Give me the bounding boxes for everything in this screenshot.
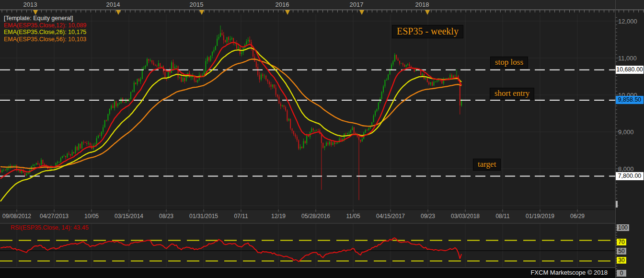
- date-tick-label: 03/03/2018: [451, 213, 480, 220]
- date-tick-label: 01/31/2015: [189, 213, 218, 220]
- rsi-tick-label: 50: [617, 248, 626, 255]
- year-marker-icon: [199, 10, 204, 15]
- year-marker-icon: [116, 10, 121, 15]
- tick-layer: [17, 17, 619, 276]
- year-label: 2013: [23, 1, 37, 8]
- price-tick-label: 12,000: [618, 18, 637, 25]
- rsi-layer: [0, 238, 615, 262]
- date-tick-label: 03/15/2014: [115, 213, 143, 220]
- footer-bar: [0, 267, 615, 278]
- rsi-tick-label: 100: [617, 224, 629, 231]
- copyright-watermark: FXCM Marketscope © 2018: [530, 269, 608, 276]
- price-tick-label: 11,000: [618, 55, 637, 62]
- date-tick-label: 12/19: [271, 213, 286, 220]
- year-marker-icon: [425, 10, 430, 15]
- scrollbar-fragment[interactable]: [616, 201, 618, 208]
- chart-canvas[interactable]: [0, 0, 644, 278]
- date-tick-label: 05/28/2016: [301, 213, 330, 220]
- target-price-box: 7,800.00: [616, 172, 644, 180]
- year-label: 2017: [350, 1, 364, 8]
- top-axis-layer: [0, 10, 644, 15]
- target-annotation[interactable]: target: [473, 159, 501, 171]
- date-tick-label: 01/19/2019: [526, 213, 554, 220]
- chart-title-annotation[interactable]: ESP35 - weekly: [392, 25, 463, 38]
- date-tick-label: 04/27/2013: [40, 213, 69, 220]
- legend-ema-12: EMA(ESP35.Close,12): 10,089: [4, 22, 86, 29]
- stop-loss-annotation[interactable]: stop loss: [490, 57, 528, 69]
- year-marker-icon: [285, 10, 290, 15]
- rsi-tick-label: 70: [617, 239, 626, 245]
- date-tick-label: 09/08/2012: [2, 213, 31, 220]
- rsi-tick-label: 30: [617, 257, 626, 264]
- fxcm-marketscope-window: 201320142015201620172018 [Template: Equi…: [0, 0, 644, 278]
- date-tick-label: 06/29: [570, 213, 585, 220]
- legend-ema-26: EMA(ESP35.Close,26): 10,175: [4, 29, 86, 36]
- date-tick-label: 04/15/2017: [376, 213, 405, 220]
- date-tick-label: 11/05: [346, 213, 360, 220]
- short-entry-annotation[interactable]: short entry: [490, 88, 534, 100]
- rsi-legend: RSI(ESP35.Close, 14): 43.45: [11, 224, 89, 231]
- price-tick-label: 9,000: [618, 128, 634, 136]
- year-label: 2014: [106, 1, 120, 8]
- short-entry-price-box: 9,858.50: [616, 96, 644, 104]
- template-label: [Template: Equity general]: [4, 15, 86, 22]
- date-tick-label: 08/23: [159, 213, 173, 220]
- date-tick-label: 10/05: [84, 213, 99, 220]
- date-tick-label: 09/23: [421, 213, 435, 220]
- grid-layer: [0, 14, 615, 267]
- axis-separator: [615, 0, 616, 278]
- ema-layer: [0, 43, 461, 202]
- rsi-line: [0, 238, 461, 262]
- indicator-legend: [Template: Equity general] EMA(ESP35.Clo…: [4, 15, 86, 43]
- legend-ema-56: EMA(ESP35.Close,56): 10,103: [4, 36, 86, 43]
- price-tick-label: 8,000: [618, 165, 634, 173]
- date-tick-label: 08/11: [495, 213, 509, 220]
- year-label: 2016: [276, 1, 289, 8]
- rsi-tick-label: 0: [617, 270, 626, 277]
- year-marker-icon: [359, 10, 364, 15]
- year-label: 2018: [415, 1, 429, 8]
- year-label: 2015: [190, 1, 204, 8]
- year-marker-icon: [33, 10, 38, 15]
- stop-loss-price-box: 10,680.00: [616, 66, 644, 74]
- date-tick-label: 07/11: [234, 213, 248, 220]
